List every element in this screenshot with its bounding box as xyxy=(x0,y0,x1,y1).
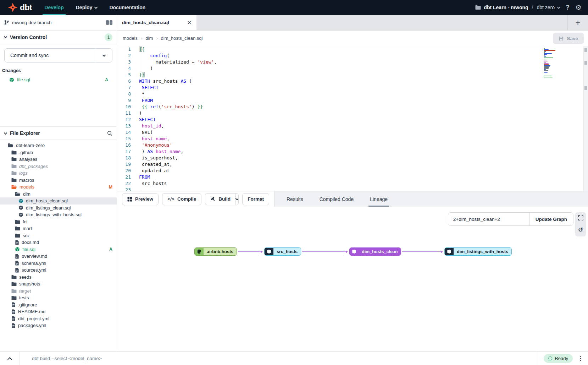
tree-item-dbt_project.yml[interactable]: dbt_project.yml xyxy=(0,315,117,322)
lineage-selector-input[interactable] xyxy=(448,213,529,225)
tree-item-packages.yml[interactable]: packages.yml xyxy=(0,322,117,329)
tree-item-docs.md[interactable]: docs.md xyxy=(0,239,117,246)
reset-view-icon[interactable]: ↺ xyxy=(578,227,583,233)
tree-item-tests[interactable]: tests xyxy=(0,294,117,301)
tab-lineage[interactable]: Lineage xyxy=(370,191,388,207)
code-line[interactable]: NVL( xyxy=(139,129,588,136)
code-line[interactable]: }} xyxy=(139,72,588,78)
format-button[interactable]: Format xyxy=(242,193,269,205)
docs-panel-icon[interactable] xyxy=(106,20,112,25)
lineage-graph[interactable]: airbnb.hostssrc_hostsdim_hosts_cleandim_… xyxy=(117,207,588,352)
editor-tab[interactable]: dim_hosts_clean.sql ✕ xyxy=(117,15,196,30)
tree-item-fct[interactable]: fct xyxy=(0,218,117,225)
tree-item-dim_hosts_clean.sql[interactable]: dim_hosts_clean.sql xyxy=(0,197,117,205)
breadcrumb-models[interactable]: models xyxy=(123,36,138,41)
code-line[interactable]: host_name, xyxy=(139,136,588,142)
tree-item-.github[interactable]: .github xyxy=(0,149,117,156)
tree-item-dim_listings_clean.sql[interactable]: dim_listings_clean.sql xyxy=(0,205,117,212)
bottom-panel-bar: Preview </> Compile Build Format xyxy=(117,191,588,207)
search-icon[interactable] xyxy=(107,131,112,136)
file-explorer-header[interactable]: File Explorer xyxy=(0,126,117,140)
code-line[interactable]: SELECT xyxy=(139,116,588,123)
code-line[interactable]: updated_at xyxy=(139,168,588,174)
nav-item-deploy[interactable]: Deploy xyxy=(70,0,104,15)
folder-icon xyxy=(15,219,20,224)
lineage-node-dim_hosts_clean[interactable]: dim_hosts_clean xyxy=(349,247,401,256)
git-status-badge: M xyxy=(109,185,112,190)
code-line[interactable]: WITH src_hosts AS ( xyxy=(139,78,588,85)
code-editor[interactable]: 1234567891011121314151617181920212223242… xyxy=(117,46,588,191)
preview-button[interactable]: Preview xyxy=(122,193,159,205)
lineage-node-src_hosts[interactable]: src_hosts xyxy=(264,247,301,256)
build-button[interactable]: Build xyxy=(205,194,235,205)
tree-item-target[interactable]: target xyxy=(0,288,117,295)
tree-item-dbt-learn-zero[interactable]: dbt-learn-zero xyxy=(0,142,117,149)
minimap[interactable] xyxy=(544,48,572,79)
code-line[interactable]: created_at, xyxy=(139,161,588,168)
kebab-menu-icon[interactable] xyxy=(578,355,582,363)
nav-item-develop[interactable]: Develop xyxy=(38,0,70,15)
commit-options-caret[interactable] xyxy=(96,49,112,62)
tree-item-src[interactable]: src xyxy=(0,232,117,239)
editor-scrollbar[interactable] xyxy=(583,46,588,191)
code-line[interactable]: 'Anonymous' xyxy=(139,142,588,148)
branch-row[interactable]: mwong-dev-branch xyxy=(0,15,117,31)
compile-button[interactable]: </> Compile xyxy=(162,193,201,205)
lineage-node-airbnb.hosts[interactable]: airbnb.hosts xyxy=(194,247,237,256)
changed-file-row[interactable]: file.sql A xyxy=(4,76,112,83)
code-line[interactable]: materialized = 'view', xyxy=(139,59,588,65)
tree-item-file.sql[interactable]: file.sqlA xyxy=(0,246,117,253)
tree-item-macros[interactable]: macros xyxy=(0,177,117,184)
code-line[interactable]: host_id, xyxy=(139,123,588,129)
code-line[interactable]: ) xyxy=(139,110,588,116)
close-icon[interactable]: ✕ xyxy=(187,20,192,26)
tree-item-overview.md[interactable]: overview.md xyxy=(0,253,117,260)
commit-and-sync-button[interactable]: Commit and sync xyxy=(4,48,112,62)
command-input[interactable] xyxy=(20,352,538,365)
tree-item-sources.yml[interactable]: sources.yml xyxy=(0,267,117,274)
tab-compiled-code[interactable]: Compiled Code xyxy=(320,191,354,207)
new-tab-button[interactable]: + xyxy=(567,15,588,30)
project-switcher[interactable]: dbt Learn - mwong / dbt zero xyxy=(475,5,560,10)
tree-item-dbt_packages[interactable]: dbt_packages xyxy=(0,163,117,170)
code-line[interactable]: FROM xyxy=(139,97,588,104)
code-line[interactable]: {{ xyxy=(139,46,588,53)
code-line[interactable]: ) AS host_name, xyxy=(139,148,588,155)
version-control-header[interactable]: Version Control 1 xyxy=(0,31,117,44)
tree-item-.gitignore[interactable]: .gitignore xyxy=(0,301,117,309)
tree-item-models[interactable]: modelsM xyxy=(0,184,117,191)
tree-item-seeds[interactable]: seeds xyxy=(0,274,117,281)
code-line[interactable] xyxy=(139,187,588,191)
code-line[interactable]: config( xyxy=(139,53,588,59)
tab-results[interactable]: Results xyxy=(287,191,303,207)
tree-item-dim_listings_with_hosts.sql[interactable]: dim_listings_with_hosts.sql xyxy=(0,211,117,218)
update-graph-button[interactable]: Update Graph xyxy=(529,213,573,225)
breadcrumb-dim[interactable]: dim xyxy=(145,36,153,41)
code-line[interactable]: is_superhost, xyxy=(139,155,588,161)
fullscreen-icon[interactable] xyxy=(578,215,583,220)
tree-item-logs[interactable]: logs xyxy=(0,170,117,177)
tree-item-schema.yml[interactable]: schema.yml xyxy=(0,260,117,267)
tree-item-dim[interactable]: dim xyxy=(0,191,117,198)
code-line[interactable]: FROM xyxy=(139,174,588,180)
line-numbers: 1234567891011121314151617181920212223242… xyxy=(117,46,135,191)
code-line[interactable]: {{ ref('src_hosts') }} xyxy=(139,104,588,110)
build-options-caret[interactable] xyxy=(235,194,238,205)
nav-item-documentation[interactable]: Documentation xyxy=(103,0,151,15)
code-line[interactable]: ) xyxy=(139,65,588,72)
tree-item-mart[interactable]: mart xyxy=(0,225,117,232)
dbt-logo[interactable]: dbt xyxy=(0,0,38,15)
tree-item-analyses[interactable]: analyses xyxy=(0,156,117,163)
tree-item-label: analyses xyxy=(19,157,37,162)
breadcrumb-file[interactable]: dim_hosts_clean.sql xyxy=(161,36,203,41)
code-line[interactable]: src_hosts xyxy=(139,180,588,187)
help-icon[interactable]: ? xyxy=(565,4,570,11)
code-line[interactable]: * xyxy=(139,91,588,97)
code-line[interactable]: SELECT xyxy=(139,85,588,91)
expand-panel-button[interactable] xyxy=(0,352,20,365)
tree-item-README.md[interactable]: README.md xyxy=(0,308,117,315)
gear-icon[interactable]: ⚙ xyxy=(575,4,582,11)
tree-item-snapshots[interactable]: snapshots xyxy=(0,280,117,288)
save-button[interactable]: Save xyxy=(553,33,584,44)
lineage-node-dim_listings_with_hosts[interactable]: dim_listings_with_hosts xyxy=(444,247,512,256)
